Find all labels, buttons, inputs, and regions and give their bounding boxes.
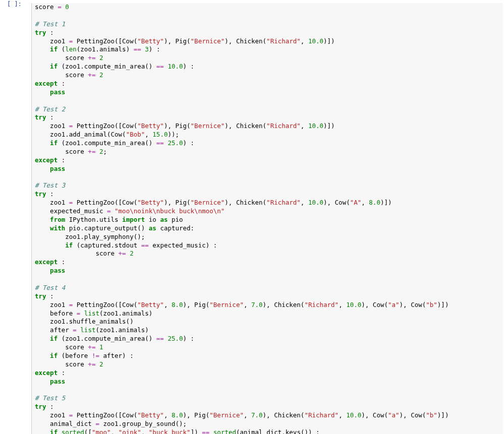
code-token: "Bernice" (209, 301, 244, 308)
code-token: score (35, 54, 88, 61)
code-token: "Bernice" (209, 411, 244, 419)
code-token: try (35, 113, 46, 121)
code-token: )]) (437, 301, 449, 308)
code-token: , (301, 199, 308, 206)
code-token: try (35, 190, 46, 198)
code-token (35, 216, 50, 223)
code-token: ), Cow( (400, 411, 426, 419)
code-token: )]) (437, 411, 449, 419)
code-token: : (46, 292, 54, 300)
code-token: if (50, 45, 58, 53)
code-input-area[interactable]: score = 0 # Test 1 try : zoo1 = PettingZ… (31, 3, 503, 434)
code-token: ), Pig( (183, 411, 210, 419)
code-token: "a" (388, 301, 400, 308)
code-token: len (65, 45, 77, 53)
code-token: != (92, 352, 99, 359)
code-token: # Test 2 (35, 105, 65, 113)
code-token: : (46, 403, 54, 410)
code-token: ) : (149, 45, 160, 53)
code-token: , (339, 411, 346, 419)
code-token (35, 378, 50, 385)
code-token: 2 (99, 71, 103, 79)
code-block[interactable]: score = 0 # Test 1 try : zoo1 = PettingZ… (35, 3, 499, 434)
code-token: ), Pig( (164, 37, 191, 45)
code-token: after) : (99, 352, 134, 359)
code-token: (zoo1.animals) (77, 45, 134, 53)
code-token: 2 (99, 360, 103, 368)
code-token (209, 428, 213, 434)
code-token: expected_music (35, 207, 107, 215)
code-token: # Test 3 (35, 181, 65, 189)
code-token: 8.0 (369, 199, 380, 206)
code-token: with (50, 224, 65, 232)
code-token: (zoo1.compute_min_area() (58, 139, 156, 147)
code-token: : (46, 113, 54, 121)
code-token: , (145, 131, 152, 138)
code-token: zoo1.add_animal(Cow( (35, 131, 126, 138)
code-token: sorted (213, 428, 236, 434)
code-token (35, 165, 50, 172)
code-token: , (164, 301, 172, 308)
code-token: zoo1.play_symphony(); (35, 233, 145, 240)
code-token: zoo1 (35, 37, 69, 45)
code-token: except (35, 156, 58, 164)
code-token: "b" (426, 411, 437, 419)
code-token: 8.0 (172, 301, 183, 308)
code-token: (animal_dict.keys()) : (236, 428, 320, 434)
code-token: if (50, 139, 58, 147)
code-token: += (88, 54, 95, 61)
code-token: (zoo1.compute_min_area() (58, 63, 156, 70)
code-token: = (107, 207, 111, 215)
code-token: 8.0 (172, 411, 183, 419)
code-token: "Betty" (137, 37, 164, 45)
code-token: "Bernice" (191, 199, 225, 206)
code-token: 10.0 (346, 301, 361, 308)
code-token (35, 63, 50, 70)
code-token: 2 (130, 250, 134, 257)
code-token: # Test 4 (35, 284, 65, 291)
code-token: "b" (426, 301, 437, 308)
code-token: 3 (145, 45, 149, 53)
code-token: pio.capture_output() (65, 224, 149, 232)
code-token: ), Chicken( (225, 122, 266, 130)
code-token: ([ (84, 428, 92, 434)
code-token: , (244, 411, 251, 419)
code-token: , (301, 122, 308, 130)
code-token: as (149, 224, 156, 232)
code-token: , (111, 428, 119, 434)
code-token: ), Cow( (361, 301, 388, 308)
code-token (35, 224, 50, 232)
code-token: == (156, 139, 164, 147)
code-token: , (164, 411, 172, 419)
code-token: "Betty" (137, 199, 164, 206)
code-token: after (35, 326, 73, 334)
code-token: import (122, 216, 145, 223)
code-token: 1 (99, 343, 103, 351)
code-token: , (361, 199, 369, 206)
code-token: before (35, 309, 77, 317)
code-token: += (119, 250, 126, 257)
code-token (95, 148, 99, 155)
code-token: PettingZoo([Cow( (73, 301, 137, 308)
code-token: "Betty" (137, 411, 164, 419)
code-token: 25.0 (167, 139, 183, 147)
code-token: # Test 5 (35, 394, 65, 402)
code-token: = (73, 326, 77, 334)
code-token (35, 139, 50, 147)
code-token: pio (167, 216, 183, 223)
code-token: PettingZoo([Cow( (73, 199, 137, 206)
code-token (35, 45, 50, 53)
code-token: except (35, 80, 58, 87)
code-token (35, 88, 50, 96)
code-token: # Test 1 (35, 20, 65, 28)
code-token (35, 428, 50, 434)
code-token: = (58, 3, 62, 11)
code-token: zoo1 (35, 199, 69, 206)
code-token: , (244, 301, 251, 308)
code-token: from (50, 216, 65, 223)
code-token: ) : (183, 335, 195, 342)
code-token: "oink" (119, 428, 141, 434)
code-token: += (88, 343, 95, 351)
code-token: = (95, 420, 99, 427)
notebook-cell: { "prompt": "[ ]:", "code_lines": [ [["p… (0, 0, 504, 434)
